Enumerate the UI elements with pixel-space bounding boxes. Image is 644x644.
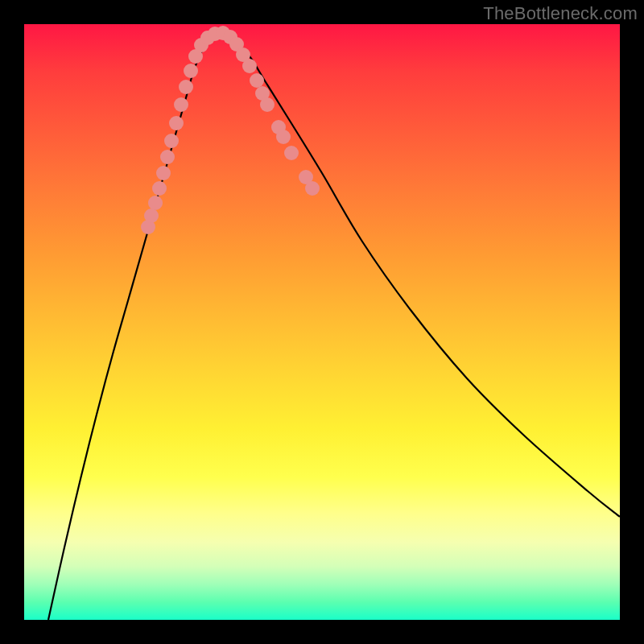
highlight-dot xyxy=(164,134,179,148)
highlight-dot xyxy=(160,150,175,164)
highlight-dot xyxy=(276,130,291,144)
watermark-text: TheBottleneck.com xyxy=(483,3,638,24)
highlight-dot xyxy=(156,166,171,180)
plot-area xyxy=(24,24,620,620)
highlight-dot xyxy=(305,181,320,196)
chart-frame: TheBottleneck.com xyxy=(0,0,644,644)
highlight-dot xyxy=(148,196,163,210)
highlight-dot xyxy=(260,97,275,112)
bottleneck-curve xyxy=(48,34,620,620)
highlight-dot xyxy=(284,146,299,160)
highlight-dot xyxy=(174,97,188,112)
highlight-dot xyxy=(179,80,193,94)
curve-svg xyxy=(24,24,620,620)
highlight-dot xyxy=(152,181,167,196)
highlight-dot xyxy=(144,208,159,223)
highlight-dot xyxy=(169,116,184,130)
highlight-dot xyxy=(242,59,257,73)
highlight-dot xyxy=(184,64,198,78)
highlight-dot xyxy=(250,73,264,88)
highlight-dots xyxy=(141,26,320,234)
